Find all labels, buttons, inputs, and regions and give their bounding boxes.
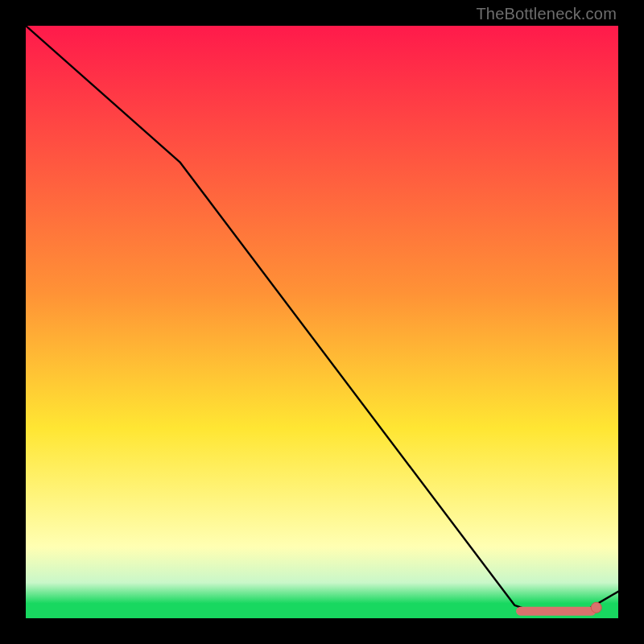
end-marker-point [591, 602, 601, 613]
plot-area [26, 26, 618, 618]
bottleneck-curve [26, 26, 618, 613]
chart-svg [26, 26, 618, 618]
watermark-text: TheBottleneck.com [476, 5, 617, 23]
chart-canvas: TheBottleneck.com [0, 0, 644, 644]
